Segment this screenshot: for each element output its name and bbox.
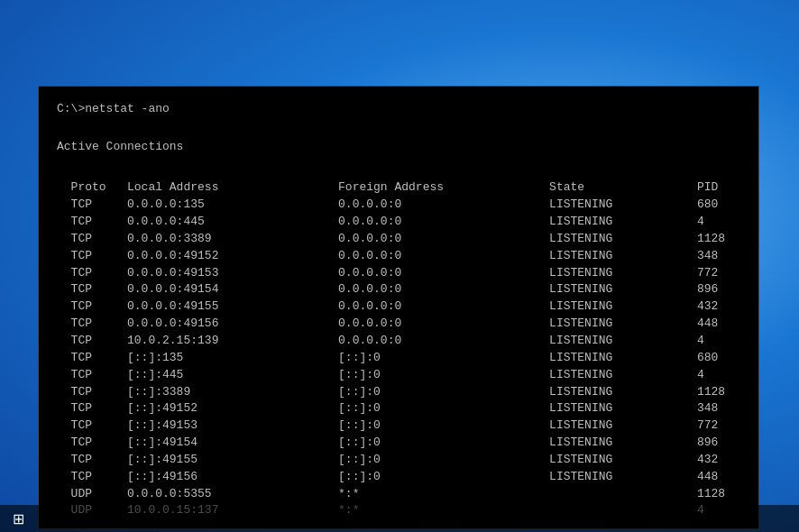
table-row: UDP 0.0.0.0:5355 *:* 1128 xyxy=(57,486,740,503)
terminal-window: C:\>netstat -ano Active Connections Prot… xyxy=(38,86,759,529)
column-headers: Proto Local Address Foreign Address Stat… xyxy=(57,179,740,197)
start-button[interactable]: ⊞ xyxy=(7,509,30,529)
table-row: TCP 0.0.0.0:49154 0.0.0.0:0 LISTENING 89… xyxy=(57,281,740,298)
desktop: C:\>netstat -ano Active Connections Prot… xyxy=(0,0,799,532)
table-row: TCP [::]:135 [::]:0 LISTENING 680 xyxy=(57,350,740,367)
table-row: TCP [::]:445 [::]:0 LISTENING 4 xyxy=(57,367,740,384)
table-row: TCP 0.0.0.0:3389 0.0.0.0:0 LISTENING 112… xyxy=(57,231,740,248)
table-row: TCP 0.0.0.0:49152 0.0.0.0:0 LISTENING 34… xyxy=(57,248,740,265)
terminal-command: C:\>netstat -ano xyxy=(57,101,740,118)
terminal-title: Active Connections xyxy=(57,139,740,156)
table-row: TCP 0.0.0.0:49153 0.0.0.0:0 LISTENING 77… xyxy=(57,265,740,282)
empty-line-2 xyxy=(57,163,740,180)
table-row: TCP 0.0.0.0:49156 0.0.0.0:0 LISTENING 44… xyxy=(57,316,740,333)
table-row: TCP [::]:3389 [::]:0 LISTENING 1128 xyxy=(57,384,740,401)
table-row: TCP [::]:49156 [::]:0 LISTENING 448 xyxy=(57,469,740,486)
empty-line-1 xyxy=(57,122,740,139)
table-row: TCP [::]:49155 [::]:0 LISTENING 432 xyxy=(57,452,740,469)
table-row: TCP [::]:49153 [::]:0 LISTENING 772 xyxy=(57,417,740,435)
table-row: TCP 0.0.0.0:135 0.0.0.0:0 LISTENING 680 xyxy=(57,197,740,214)
terminal-table: TCP 0.0.0.0:135 0.0.0.0:0 LISTENING 680 … xyxy=(57,197,740,519)
table-row: TCP [::]:49154 [::]:0 LISTENING 896 xyxy=(57,435,740,452)
table-row: TCP 0.0.0.0:49155 0.0.0.0:0 LISTENING 43… xyxy=(57,298,740,316)
taskbar: ⊞ xyxy=(0,505,799,532)
table-row: TCP [::]:49152 [::]:0 LISTENING 348 xyxy=(57,400,740,417)
table-row: TCP 10.0.2.15:139 0.0.0.0:0 LISTENING 4 xyxy=(57,333,740,350)
table-row: TCP 0.0.0.0:445 0.0.0.0:0 LISTENING 4 xyxy=(57,214,740,231)
